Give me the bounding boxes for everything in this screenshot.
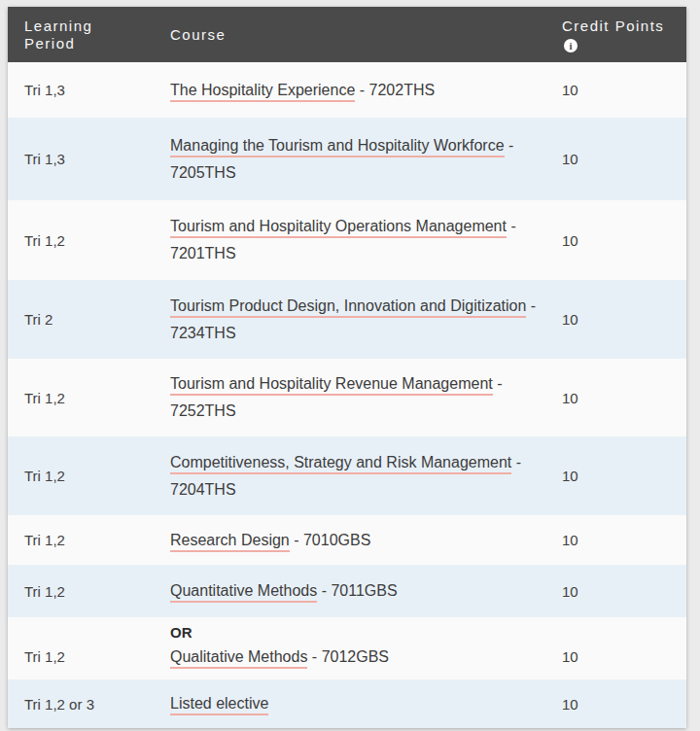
table-row: Tri 1,3 Managing the Tourism and Hospita…: [8, 118, 686, 200]
credit-points-cell: 10: [562, 82, 686, 98]
learning-period-cell: Tri 1,2: [8, 468, 170, 484]
course-link[interactable]: Competitiveness, Strategy and Risk Manag…: [170, 454, 511, 474]
course-link[interactable]: Research Design: [170, 532, 290, 552]
table-row: Tri 1,2 Quantitative Methods - 7011GBS 1…: [8, 565, 686, 617]
credit-points-cell: 10: [562, 583, 686, 600]
course-link[interactable]: Managing the Tourism and Hospitality Wor…: [170, 137, 505, 157]
table-row: Tri 1,2 or 3 Listed elective 10: [8, 679, 686, 728]
info-icon[interactable]: i: [564, 39, 578, 52]
course-cell: OR Qualitative Methods - 7012GBS: [170, 622, 562, 671]
credit-points-cell: 10: [562, 468, 686, 484]
course-code: - 7202THS: [355, 82, 435, 98]
learning-period-cell: Tri 1,2: [8, 644, 170, 671]
table-row: Tri 1,2 Competitiveness, Strategy and Ri…: [8, 436, 686, 515]
table-row: Tri 1,3 The Hospitality Experience - 720…: [8, 62, 686, 118]
course-link[interactable]: Qualitative Methods: [170, 648, 307, 669]
header-learning-period: Learning Period: [8, 17, 170, 52]
learning-period-cell: Tri 1,3: [8, 151, 170, 167]
course-cell: Quantitative Methods - 7011GBS: [170, 577, 562, 605]
header-credit-points: Credit Points i: [562, 17, 686, 52]
credit-points-cell: 10: [562, 644, 686, 671]
course-cell: Tourism and Hospitality Operations Manag…: [170, 213, 562, 267]
course-table: Learning Period Course Credit Points i T…: [8, 7, 686, 728]
course-link[interactable]: The Hospitality Experience: [170, 82, 355, 102]
credit-points-cell: 10: [562, 151, 686, 167]
course-cell: The Hospitality Experience - 7202THS: [170, 77, 562, 104]
course-cell: Tourism Product Design, Innovation and D…: [170, 293, 562, 347]
learning-period-cell: Tri 1,2: [8, 232, 170, 249]
learning-period-cell: Tri 1,3: [8, 82, 170, 98]
course-link[interactable]: Quantitative Methods: [170, 582, 317, 603]
course-cell: Research Design - 7010GBS: [170, 527, 562, 554]
course-cell: Competitiveness, Strategy and Risk Manag…: [170, 449, 562, 504]
table-row: Tri 1,2 Tourism and Hospitality Revenue …: [8, 359, 686, 436]
credit-points-cell: 10: [562, 311, 686, 328]
learning-period-cell: Tri 1,2: [8, 390, 170, 406]
learning-period-cell: Tri 2: [8, 311, 170, 328]
table-row: Tri 1,2 Research Design - 7010GBS 10: [8, 515, 686, 565]
credit-points-cell: 10: [562, 696, 686, 713]
course-link[interactable]: Listed elective: [170, 695, 268, 715]
course-cell: Listed elective: [170, 690, 562, 717]
table-row: Tri 1,2 OR Qualitative Methods - 7012GBS…: [8, 617, 686, 679]
header-course: Course: [170, 26, 562, 44]
learning-period-cell: Tri 1,2 or 3: [8, 696, 170, 713]
learning-period-cell: Tri 1,2: [8, 583, 170, 600]
or-label: OR: [170, 622, 552, 644]
course-cell: Tourism and Hospitality Revenue Manageme…: [170, 370, 562, 425]
table-row: Tri 1,2 Tourism and Hospitality Operatio…: [8, 200, 686, 280]
course-link[interactable]: Tourism Product Design, Innovation and D…: [170, 297, 526, 318]
course-code: - 7012GBS: [307, 648, 389, 665]
course-code: - 7010GBS: [290, 532, 371, 548]
table-header: Learning Period Course Credit Points i: [8, 7, 686, 62]
page: Learning Period Course Credit Points i T…: [0, 0, 700, 728]
course-line: Qualitative Methods - 7012GBS: [170, 644, 552, 671]
course-link[interactable]: Tourism and Hospitality Operations Manag…: [170, 218, 507, 238]
course-code: - 7011GBS: [317, 582, 397, 599]
table-body: Tri 1,3 The Hospitality Experience - 720…: [8, 62, 686, 728]
course-cell: Managing the Tourism and Hospitality Wor…: [170, 132, 562, 187]
header-credit-points-label: Credit Points: [562, 17, 686, 35]
learning-period-cell: Tri 1,2: [8, 532, 170, 548]
credit-points-cell: 10: [562, 390, 686, 406]
credit-points-cell: 10: [562, 532, 686, 548]
table-row: Tri 2 Tourism Product Design, Innovation…: [8, 280, 686, 359]
course-link[interactable]: Tourism and Hospitality Revenue Manageme…: [170, 375, 493, 396]
credit-points-cell: 10: [562, 232, 686, 249]
